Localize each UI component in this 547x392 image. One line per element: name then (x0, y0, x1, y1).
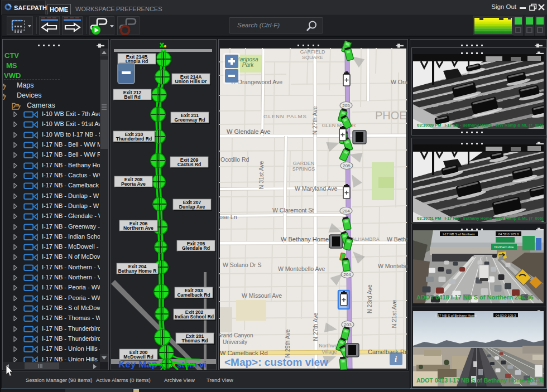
svg-text:Northern Ave: Northern Ave (123, 225, 153, 231)
svg-text:N 31st Ave: N 31st Ave (258, 161, 265, 190)
svg-text:W Solano Dr S: W Solano Dr S (223, 262, 261, 268)
svg-text:ADOT 0418 I-17 NB S of Norther: ADOT 0418 I-17 NB S of Northern 206.36 (416, 294, 534, 301)
svg-text:GARDEN: GARDEN (293, 161, 315, 166)
svg-text:W Montebell: W Montebell (378, 263, 407, 269)
svg-text:04:53:0 105:3: 04:53:0 105:3 (496, 314, 516, 317)
svg-text:Bethany Home R: Bethany Home R (118, 268, 157, 274)
svg-text:I-17 NB S of Northern: I-17 NB S of Northern (443, 233, 475, 236)
svg-text:I-17 NB S of Bethany Home: I-17 NB S of Bethany Home (435, 314, 477, 317)
svg-text:W Claremont St: W Claremont St (272, 207, 314, 214)
svg-text:N 27th Ave: N 27th Ave (312, 312, 319, 341)
svg-text:Village: Village (322, 349, 337, 355)
svg-text:205: 205 (343, 163, 351, 168)
svg-text:Grand Canyon: Grand Canyon (219, 332, 253, 338)
svg-text:SQUARE: SQUARE (302, 55, 323, 60)
svg-text:W Maryland Ave: W Maryland Ave (295, 185, 337, 192)
svg-text:N 21st Ave: N 21st Ave (391, 300, 397, 328)
svg-text:ALHAMBRA: ALHAMBRA (352, 236, 380, 242)
svg-text:ADOT 0413 I-17 NB S of Bethany: ADOT 0413 I-17 NB S of Bethany Home 204.… (416, 377, 544, 384)
svg-text:GLENN PALMS: GLENN PALMS (263, 113, 307, 119)
svg-text:204: 204 (342, 209, 350, 214)
svg-text:Thunderbird Rd: Thunderbird Rd (116, 136, 152, 142)
svg-text:W Betha: W Betha (387, 236, 407, 243)
svg-text:W Glendale Ave: W Glendale Ave (227, 128, 271, 135)
svg-text:Northern Ave: Northern Ave (495, 245, 515, 249)
svg-text:GARFIELD: GARFIELD (300, 49, 325, 55)
svg-text:03:10:09 PM I-17 SB - Bethan: 03:10:09 PM I-17 SB - Bethany Home - WW … (417, 123, 544, 128)
svg-text:Park: Park (242, 62, 255, 68)
svg-text:Dunlap Ave: Dunlap Ave (179, 204, 205, 210)
svg-text:Greenway Rd: Greenway Rd (175, 117, 205, 123)
svg-text:204: 204 (343, 272, 351, 277)
svg-text:Peoria Ave: Peoria Ave (121, 181, 146, 187)
svg-text:Northwe: Northwe (319, 343, 338, 349)
svg-text:SPRINGS: SPRINGS (292, 166, 315, 172)
svg-text:Thomas Rd: Thomas Rd (182, 338, 208, 343)
svg-text:N 29th Ave: N 29th Ave (284, 329, 291, 357)
svg-text:University: University (223, 339, 247, 345)
svg-text:W Camelback Rd: W Camelback Rd (220, 350, 268, 356)
svg-text:Camelback Rd: Camelback Rd (177, 292, 210, 298)
svg-text:W Oran: W Oran (391, 79, 407, 85)
svg-text:Union Hills Dr: Union Hills Dr (175, 79, 207, 84)
svg-text:N 23rd Ave: N 23rd Ave (366, 284, 373, 313)
svg-text:McDowell Rd: McDowell Rd (123, 354, 153, 360)
svg-text:<Map>: custom view: <Map>: custom view (224, 356, 328, 368)
svg-text:Cactus Rd: Cactus Rd (177, 162, 201, 167)
svg-text:205: 205 (342, 103, 350, 108)
svg-text:03:10:51 PM I-17 NB - Bethan: 03:10:51 PM I-17 NB - Bethany Home - WW … (417, 216, 544, 221)
svg-text:W Missouri Ave: W Missouri Ave (242, 292, 282, 299)
svg-text:PHOEN: PHOEN (375, 109, 407, 122)
svg-text:W Montebello Ave: W Montebello Ave (278, 265, 325, 272)
svg-text:Glendale Rd: Glendale Rd (182, 245, 210, 251)
svg-text:04:53:0 105:3: 04:53:0 105:3 (498, 233, 519, 236)
svg-text:N 27th Ave: N 27th Ave (311, 106, 318, 134)
svg-text:ose Ln: ose Ln (219, 214, 237, 220)
svg-text:Indian School Rd: Indian School Rd (175, 314, 214, 320)
svg-text:Bell Rd: Bell Rd (124, 94, 141, 100)
svg-text:Ocotillo Rd: Ocotillo Rd (220, 156, 249, 163)
